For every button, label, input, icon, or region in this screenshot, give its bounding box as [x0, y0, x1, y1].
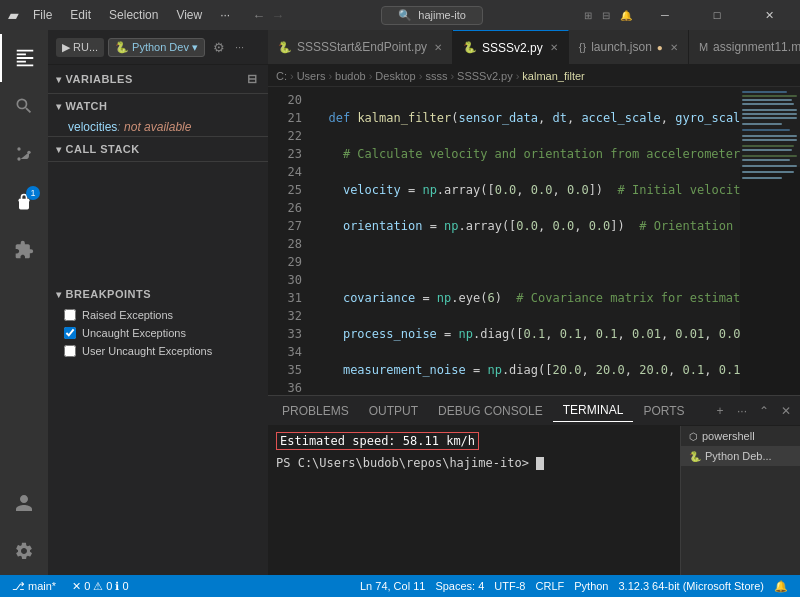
python-config-label: Python Dev	[132, 41, 189, 53]
terminal-sidebar: ⬡ powershell 🐍 Python Deb...	[680, 426, 800, 575]
bc-sep1: ›	[290, 70, 294, 82]
collapse-variables-icon[interactable]: ⊟	[244, 71, 260, 87]
code-editor[interactable]: 20 21 22 23 24 25 26 27 28 29 30 31 32 3…	[268, 87, 800, 395]
activity-account[interactable]	[0, 479, 48, 527]
activity-bar: 1	[0, 30, 48, 575]
tab-launch[interactable]: {} launch.json ● ✕	[569, 30, 689, 64]
bc-users[interactable]: Users	[297, 70, 326, 82]
bc-desktop[interactable]: Desktop	[375, 70, 415, 82]
python-config-dropdown[interactable]: 🐍 Python Dev ▾	[108, 38, 205, 57]
terminal-cursor	[536, 457, 544, 470]
raised-exceptions-checkbox[interactable]	[64, 309, 76, 321]
tab-debug-console[interactable]: DEBUG CONSOLE	[428, 400, 553, 422]
user-uncaught-exceptions-checkbox[interactable]	[64, 345, 76, 357]
status-language[interactable]: Python	[570, 580, 612, 592]
menu-view[interactable]: View	[168, 6, 210, 24]
bell-icon[interactable]: 🔔	[616, 8, 636, 23]
status-branch[interactable]: ⎇ main*	[8, 575, 60, 597]
terminal-panel: PROBLEMS OUTPUT DEBUG CONSOLE TERMINAL P…	[268, 395, 800, 575]
tab-close-launch[interactable]: ✕	[670, 42, 678, 53]
svg-rect-20	[742, 171, 794, 173]
breakpoints-header[interactable]: ▾ BREAKPOINTS	[48, 282, 268, 306]
bc-sep2: ›	[328, 70, 332, 82]
activity-search[interactable]	[0, 82, 48, 130]
position-text: Ln 74, Col 11	[360, 580, 425, 592]
run-button[interactable]: ▶ RU...	[56, 38, 104, 57]
status-version[interactable]: 3.12.3 64-bit (Microsoft Store)	[614, 580, 768, 592]
tab-icon-assignment: M	[699, 41, 708, 53]
status-line-ending[interactable]: CRLF	[532, 580, 569, 592]
bc-ssss[interactable]: ssss	[425, 70, 447, 82]
tab-terminal[interactable]: TERMINAL	[553, 399, 634, 422]
status-spaces[interactable]: Spaces: 4	[431, 580, 488, 592]
layout-icon[interactable]: ⊞	[580, 8, 596, 23]
activity-extensions[interactable]	[0, 226, 48, 274]
bc-c[interactable]: C:	[276, 70, 287, 82]
status-encoding[interactable]: UTF-8	[490, 580, 529, 592]
uncaught-exceptions-checkbox[interactable]	[64, 327, 76, 339]
terminal-close-button[interactable]: ✕	[776, 401, 796, 421]
tab-ports[interactable]: PORTS	[633, 400, 694, 422]
terminal-more-button[interactable]: ···	[732, 401, 752, 421]
activity-explorer[interactable]	[0, 34, 48, 82]
version-text: 3.12.3 64-bit (Microsoft Store)	[618, 580, 764, 592]
variables-chevron-icon: ▾	[56, 74, 62, 85]
code-line-27: measurement_noise = np.diag([20.0, 20.0,…	[310, 361, 740, 379]
menu-selection[interactable]: Selection	[101, 6, 166, 24]
python-icon: 🐍	[115, 41, 129, 54]
status-position[interactable]: Ln 74, Col 11	[356, 580, 429, 592]
activity-debug[interactable]: 1	[0, 178, 48, 226]
terminal-output-line1: Estimated speed: 58.11 km/h	[276, 432, 672, 450]
terminal-python-debug[interactable]: 🐍 Python Deb...	[681, 446, 800, 466]
menu-more[interactable]: ···	[212, 6, 238, 24]
info-count: 0	[122, 580, 128, 592]
terminal-maximize-button[interactable]: ⌃	[754, 401, 774, 421]
menu-edit[interactable]: Edit	[62, 6, 99, 24]
search-bar[interactable]: 🔍 hajime-ito	[381, 6, 483, 25]
watch-item-velocities: velocities: not available	[48, 118, 268, 136]
powershell-icon: ⬡	[689, 431, 698, 442]
tab-output[interactable]: OUTPUT	[359, 400, 428, 422]
watch-header[interactable]: ▾ WATCH	[48, 94, 268, 118]
callstack-chevron-icon: ▾	[56, 144, 62, 155]
tab-ssssstart[interactable]: 🐍 SSSSStart&EndPoint.py ✕	[268, 30, 453, 64]
terminal-main[interactable]: Estimated speed: 58.11 km/h PS C:\Users\…	[268, 426, 680, 575]
tab-close-ssssstart[interactable]: ✕	[434, 42, 442, 53]
search-icon: 🔍	[398, 9, 412, 22]
editor-area: 🐍 SSSSStart&EndPoint.py ✕ 🐍 SSSSv2.py ✕ …	[268, 30, 800, 575]
bc-file[interactable]: SSSSv2.py	[457, 70, 513, 82]
callstack-header[interactable]: ▾ CALL STACK	[48, 137, 268, 161]
tab-icon-ssssstart: 🐍	[278, 41, 292, 54]
breakpoints-chevron-icon: ▾	[56, 289, 62, 300]
tab-problems[interactable]: PROBLEMS	[272, 400, 359, 422]
terminal-powershell[interactable]: ⬡ powershell	[681, 426, 800, 446]
run-label: RU...	[73, 41, 98, 53]
new-terminal-button[interactable]: +	[710, 401, 730, 421]
bc-budob[interactable]: budob	[335, 70, 366, 82]
variables-header[interactable]: ▾ VARIABLES ⊟	[48, 65, 268, 93]
warning-count: 0	[106, 580, 112, 592]
svg-rect-21	[742, 177, 782, 179]
nav-back-icon[interactable]: ←	[252, 8, 265, 23]
tab-ssssv2[interactable]: 🐍 SSSSv2.py ✕	[453, 30, 569, 64]
more-options-icon[interactable]: ···	[235, 41, 244, 53]
status-notifications[interactable]: 🔔	[770, 580, 792, 593]
maximize-button[interactable]: □	[694, 0, 740, 30]
breakpoints-label: BREAKPOINTS	[66, 288, 152, 300]
tab-close-ssssv2[interactable]: ✕	[550, 42, 558, 53]
app-icon: ▰	[8, 7, 19, 23]
menu-file[interactable]: File	[25, 6, 60, 24]
code-line-25: covariance = np.eye(6) # Covariance matr…	[310, 289, 740, 307]
activity-settings[interactable]	[0, 527, 48, 575]
activity-git[interactable]	[0, 130, 48, 178]
bc-fn[interactable]: kalman_filter	[522, 70, 584, 82]
tab-assignment[interactable]: M assignment11.md ✕	[689, 30, 800, 64]
nav-forward-icon: →	[271, 8, 284, 23]
run-icon: ▶	[62, 41, 70, 54]
code-content[interactable]: def kalman_filter(sensor_data, dt, accel…	[310, 87, 740, 395]
close-button[interactable]: ✕	[746, 0, 792, 30]
minimize-button[interactable]: ─	[642, 0, 688, 30]
gear-button[interactable]: ⚙	[209, 37, 229, 57]
status-errors[interactable]: ✕ 0 ⚠ 0 ℹ 0	[68, 575, 132, 597]
layout2-icon[interactable]: ⊟	[598, 8, 614, 23]
